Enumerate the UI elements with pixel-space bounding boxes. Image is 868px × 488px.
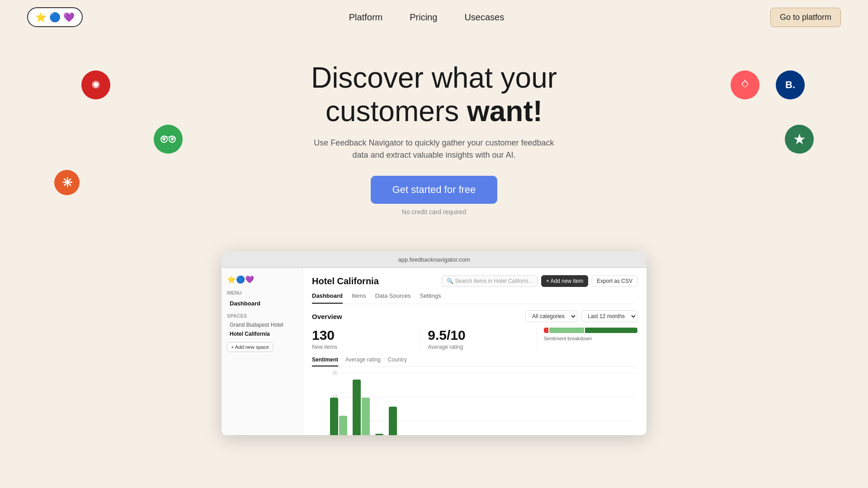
nav-links: Platform Pricing Usecases	[349, 12, 504, 23]
search-box[interactable]: 🔍 Search items in Hotel Californi...	[442, 275, 538, 287]
go-to-platform-button[interactable]: Go to platform	[770, 8, 841, 27]
yelp-icon: ✺	[81, 70, 110, 99]
asterisk-icon: ✳	[54, 170, 80, 195]
panel-header: Hotel California 🔍 Search items in Hotel…	[312, 275, 637, 287]
logo-circle-icon: 🔵	[49, 12, 61, 23]
hero-section: ✺ ★ ✳ B. Discover what your customers wa…	[0, 34, 868, 234]
hero-subtext: Use Feedback Navigator to quickly gather…	[307, 137, 561, 161]
overview-filters: All categories Last 12 months	[525, 310, 637, 322]
navbar: ⭐ 🔵 💜 Platform Pricing Usecases Go to pl…	[0, 0, 868, 34]
tab-items[interactable]: Items	[352, 292, 366, 304]
tab-dashboard[interactable]: Dashboard	[312, 292, 343, 304]
svg-point-3	[171, 138, 174, 141]
sidebar-space-hotel-california[interactable]: Hotel California	[227, 329, 297, 338]
chart-tabs: Sentiment Average rating Country	[312, 357, 637, 367]
logo-heart-icon: 💜	[63, 12, 75, 23]
green-star-icon: ★	[785, 125, 814, 154]
rating-stat: 9.5/10 Average rating	[428, 328, 528, 350]
sentiment-negative-bar	[544, 328, 548, 333]
app-layout: ⭐🔵💜 Menu Dashboard Spaces Grand Budapest…	[222, 268, 646, 435]
sidebar-logo: ⭐🔵💜	[227, 275, 297, 284]
nav-platform[interactable]: Platform	[349, 12, 382, 22]
chart-tab-avg-rating[interactable]: Average rating	[345, 357, 381, 366]
booking-icon: B.	[776, 70, 805, 99]
export-csv-button[interactable]: Export as CSV	[592, 275, 637, 287]
search-placeholder: Search items in Hotel Californi...	[455, 278, 533, 284]
chart-tab-country[interactable]: Country	[388, 357, 407, 366]
panel-actions: 🔍 Search items in Hotel Californi... + A…	[442, 275, 638, 287]
sidebar-item-dashboard[interactable]: Dashboard	[227, 298, 297, 309]
no-cc-text: No credit card required	[9, 208, 859, 216]
logo[interactable]: ⭐ 🔵 💜	[27, 7, 83, 27]
sidebar-menu-label: Menu	[227, 290, 297, 296]
bar-dark-3	[375, 434, 383, 435]
overview-title: Overview	[312, 313, 342, 320]
logo-star-icon: ⭐	[35, 12, 47, 23]
sentiment-bar-block: Sentiment breakdown	[544, 328, 637, 341]
tripadvisor-icon	[154, 125, 183, 154]
sentiment-positive-bar	[585, 328, 637, 333]
bar-group-2	[353, 380, 370, 435]
bar-group-1	[330, 398, 347, 435]
tab-settings[interactable]: Settings	[420, 292, 441, 304]
add-space-button[interactable]: + Add new space	[227, 342, 273, 352]
main-panel: Hotel California 🔍 Search items in Hotel…	[303, 268, 646, 435]
browser-address-bar: app.feedbacknavigator.com	[222, 252, 646, 268]
bar-group-4	[389, 407, 397, 435]
dashboard-mockup: app.feedbacknavigator.com ⭐🔵💜 Menu Dashb…	[222, 252, 646, 435]
tab-data-sources[interactable]: Data Sources	[375, 292, 411, 304]
bar-dark-2	[353, 380, 361, 435]
new-items-number: 130	[312, 328, 406, 343]
search-icon: 🔍	[447, 278, 453, 284]
overview-header: Overview All categories Last 12 months	[312, 310, 637, 322]
bar-group-3	[375, 434, 383, 435]
stat-divider	[420, 328, 420, 350]
chart-tab-sentiment[interactable]: Sentiment	[312, 357, 338, 366]
new-items-stat: 130 New items	[312, 328, 413, 350]
bars-container	[330, 380, 637, 435]
stats-row: 130 New items 9.5/10 Average rating Sent…	[312, 328, 637, 350]
chart-area: 36 27 18	[312, 371, 637, 435]
sidebar-space-grand-budapest[interactable]: Grand Budapest Hotel	[227, 320, 297, 329]
categories-filter[interactable]: All categories	[525, 310, 577, 322]
bar-light-2	[362, 398, 370, 435]
time-filter[interactable]: Last 12 months	[581, 310, 637, 322]
panel-tabs: Dashboard Items Data Sources Settings	[312, 292, 637, 304]
nav-pricing[interactable]: Pricing	[410, 12, 437, 22]
rating-label: Average rating	[428, 344, 521, 350]
sentiment-neutral-bar	[549, 328, 584, 333]
sentiment-label: Sentiment breakdown	[544, 336, 637, 341]
sentiment-bar	[544, 328, 637, 333]
sidebar: ⭐🔵💜 Menu Dashboard Spaces Grand Budapest…	[222, 268, 303, 435]
hero-cta-button[interactable]: Get started for free	[371, 176, 498, 204]
stat-divider-2	[536, 328, 537, 350]
add-new-item-button[interactable]: + Add new item	[541, 275, 588, 287]
new-items-label: New items	[312, 344, 406, 350]
nav-usecases[interactable]: Usecases	[464, 12, 504, 22]
hero-headline: Discover what your customers want!	[9, 61, 859, 128]
bar-light-1	[339, 416, 347, 435]
bar-dark-4	[389, 407, 397, 435]
grid-line	[340, 373, 637, 373]
svg-point-2	[163, 138, 165, 141]
grid-line-36: 36	[326, 371, 637, 375]
sidebar-spaces-label: Spaces	[227, 313, 297, 319]
bar-dark-1	[330, 398, 338, 435]
panel-title: Hotel California	[312, 276, 379, 286]
rating-number: 9.5/10	[428, 328, 521, 343]
airbnb-icon	[731, 70, 760, 99]
grid-label-36: 36	[326, 371, 337, 375]
